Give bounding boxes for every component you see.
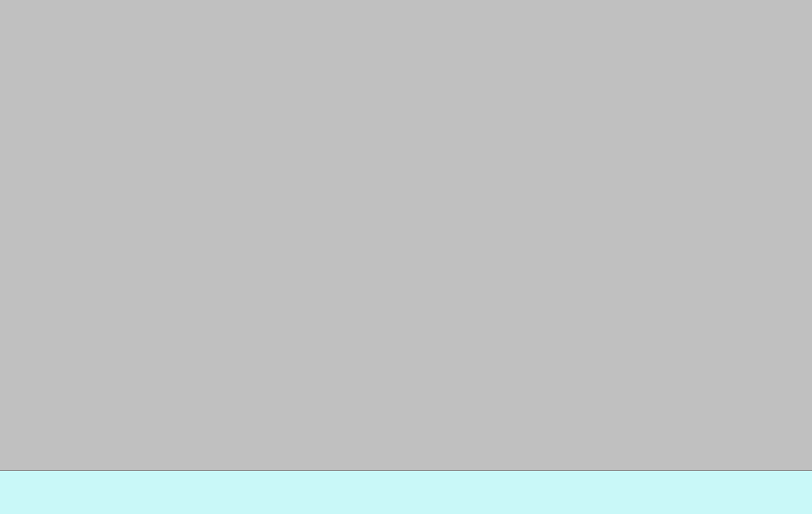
weather-chart-plot[interactable]	[0, 0, 812, 470]
stats-table	[0, 470, 812, 514]
